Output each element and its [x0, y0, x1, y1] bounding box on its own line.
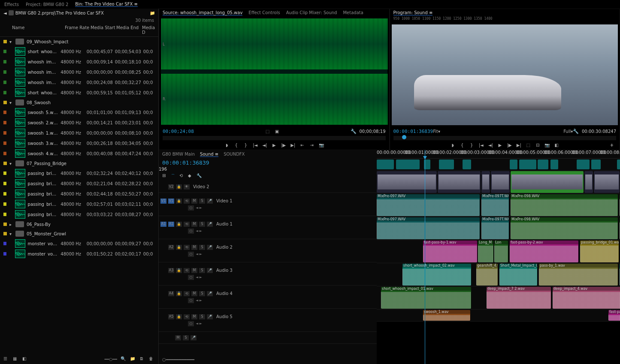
disclosure-icon[interactable]: ▾ — [9, 100, 13, 105]
color-tag[interactable] — [3, 141, 6, 145]
clip[interactable] — [439, 159, 454, 169]
marker-icon[interactable]: ◆ — [188, 173, 194, 179]
color-tag[interactable] — [3, 60, 6, 63]
clip[interactable]: Long_M — [478, 241, 493, 262]
play-icon[interactable]: ▶ — [271, 142, 277, 148]
sync-lock-icon[interactable]: ⟲ — [184, 245, 190, 250]
color-tag[interactable] — [3, 171, 6, 175]
mute-button[interactable]: M — [191, 314, 197, 319]
clip[interactable]: short_whoosh_impact_02.wav — [402, 264, 471, 286]
track-row[interactable] — [377, 171, 620, 194]
tab-metadata[interactable]: Metadata — [343, 10, 363, 15]
bin-item[interactable]: swoosh_3.wav 48000 Hz 00;00;26;18 00;00;… — [0, 138, 158, 148]
solo-button[interactable]: S — [199, 268, 205, 273]
tab-clip-mixer[interactable]: Audio Clip Mixer: Sound — [286, 10, 337, 15]
clip[interactable] — [377, 159, 394, 169]
color-tag[interactable] — [3, 192, 6, 196]
clip[interactable] — [511, 171, 584, 193]
clip[interactable]: fast-pass-by-1.wav — [608, 310, 620, 321]
track-row[interactable]: MixPre-097.WAVMixPre-097T.WAVMixPre-098.… — [377, 217, 620, 240]
lock-icon[interactable]: 🔒 — [176, 268, 182, 273]
clip[interactable]: MixPre-098.WAV — [511, 217, 618, 239]
solo-button[interactable]: S — [183, 335, 189, 340]
program-scrubber[interactable] — [393, 136, 617, 140]
overwrite-icon[interactable]: ⇥ — [309, 142, 315, 148]
timeline-tc[interactable]: 00:00:01:36839 — [159, 159, 377, 167]
go-in-icon[interactable]: |◄ — [478, 142, 484, 148]
bin-item[interactable]: whoosh_impact 48000 Hz 00;00;09;14 00;00… — [0, 57, 158, 67]
tab-program[interactable]: Program: Sound ≡ — [393, 10, 433, 15]
color-tag[interactable] — [3, 223, 7, 226]
sync-lock-icon[interactable]: ⟲ — [184, 222, 190, 227]
mark-clip-icon[interactable]: } — [469, 142, 475, 148]
lock-icon[interactable]: 🔒 — [176, 245, 182, 250]
export-frame-icon[interactable]: 📷 — [318, 142, 324, 148]
color-tag[interactable] — [3, 40, 7, 43]
bin-item[interactable]: swoosh_5.wav 48000 Hz 00;01;01;00 00;01;… — [0, 107, 158, 117]
icon-view-icon[interactable]: ▦ — [13, 356, 19, 362]
lock-icon[interactable]: 🔒 — [176, 184, 182, 190]
clip[interactable] — [594, 171, 620, 193]
col-dur[interactable]: Media D — [142, 25, 155, 35]
tab-bin[interactable]: Bin: The Pro Video Car SFX ≡ — [75, 2, 137, 7]
bin-folder[interactable]: ▾ 08_Swoosh — [0, 98, 158, 107]
track-header-a4[interactable]: A4 🔒 ⟲ M S 🎤 Audio 4 ○◄ ► — [159, 286, 377, 309]
timeline-ruler[interactable]: 00:00:00:0000000:00:01:0000000:00:02:000… — [377, 150, 620, 159]
snap-icon[interactable]: ⌒ — [171, 173, 177, 179]
color-tag[interactable] — [3, 213, 6, 216]
track-target[interactable]: A3 — [168, 268, 174, 273]
sync-lock-icon[interactable]: ⟲ — [184, 314, 190, 319]
bin-item[interactable]: short_whoosh_i 48000 Hz 00;00;59;15 00;0… — [0, 87, 158, 98]
clip[interactable]: MixPre-097.WAV — [377, 194, 480, 216]
clip[interactable]: deep_impact_4.wav — [553, 287, 620, 309]
bin-item[interactable]: monster_voice_ 48000 Hz 00;01;50;22 00;0… — [0, 249, 158, 259]
clip[interactable]: MixPre-097.WAV — [377, 217, 480, 239]
color-tag[interactable] — [3, 101, 7, 104]
sync-lock-icon[interactable]: ⟲ — [184, 199, 190, 204]
drag-audio-icon[interactable]: ⬚ — [264, 128, 270, 134]
track-row[interactable]: short_whoosh_impact_01.wavdeep_impact_7 … — [377, 286, 620, 310]
track-header-a3[interactable]: A3 🔒 ⟲ M S 🎤 Audio 3 ○◄ ► — [159, 262, 377, 286]
track-target[interactable]: A1 — [168, 222, 174, 227]
new-bin-icon[interactable]: 📁 — [130, 356, 136, 362]
go-out-icon[interactable]: ▶| — [516, 142, 522, 148]
play-icon[interactable]: ▶ — [497, 142, 503, 148]
mute-button[interactable]: M — [191, 291, 197, 296]
clip[interactable]: passing_bridge_01.wav — [580, 241, 619, 262]
bin-folder[interactable]: ▾ 05_Monster_Growl — [0, 229, 158, 238]
mute-button[interactable]: M — [191, 245, 197, 250]
program-viewport[interactable] — [392, 24, 618, 125]
bin-item[interactable]: passing_bridge 48000 Hz 00;03;03;22 00;0… — [0, 209, 158, 220]
color-tag[interactable] — [3, 242, 6, 245]
bin-item[interactable]: passing_bridge 48000 Hz 00;02;21;04 00;0… — [0, 178, 158, 189]
program-in-tc[interactable]: 00:00:01:36839 — [393, 129, 433, 134]
comparison-icon[interactable]: ◧ — [553, 142, 560, 148]
mute-button[interactable]: M — [191, 268, 197, 273]
keyframe-icon[interactable]: ○ — [188, 205, 194, 211]
bin-item[interactable]: monster_voice_ 48000 Hz 00;00;00;00 00;0… — [0, 238, 158, 249]
mark-in-icon[interactable]: ◗ — [224, 142, 230, 148]
color-tag[interactable] — [3, 252, 6, 256]
clip[interactable]: short_whoosh_impact_01.wav — [381, 287, 471, 309]
voice-icon[interactable]: 🎤 — [191, 335, 197, 340]
clip[interactable] — [396, 159, 420, 169]
solo-button[interactable]: S — [199, 245, 205, 250]
clip[interactable]: swoosh_1.wav — [423, 310, 470, 321]
nest-icon[interactable]: ⊞ — [162, 173, 168, 179]
clip[interactable] — [538, 159, 548, 169]
voice-icon[interactable]: 🎤 — [207, 314, 213, 319]
tab-effect-controls[interactable]: Effect Controls — [248, 10, 280, 15]
mark-out-icon[interactable]: { — [459, 142, 465, 148]
col-name[interactable]: Name — [12, 25, 65, 35]
track-header-v1[interactable]: V1V1 🔒 ⟲ M S 🎤 Video 1 ○◄ ► — [159, 193, 377, 216]
voice-icon[interactable]: 🎤 — [207, 245, 213, 250]
solo-button[interactable]: S — [199, 291, 205, 296]
fit-dropdown[interactable]: Fit — [433, 129, 438, 134]
mute-button[interactable]: M — [191, 199, 197, 204]
track-target[interactable]: A2 — [168, 245, 174, 250]
clip[interactable]: fast-pass-by-2.wav — [510, 241, 578, 262]
keyframe-icon[interactable]: ○ — [188, 298, 194, 303]
color-tag[interactable] — [3, 121, 6, 124]
disclosure-icon[interactable]: ▾ — [9, 39, 13, 44]
clip[interactable] — [591, 159, 601, 169]
